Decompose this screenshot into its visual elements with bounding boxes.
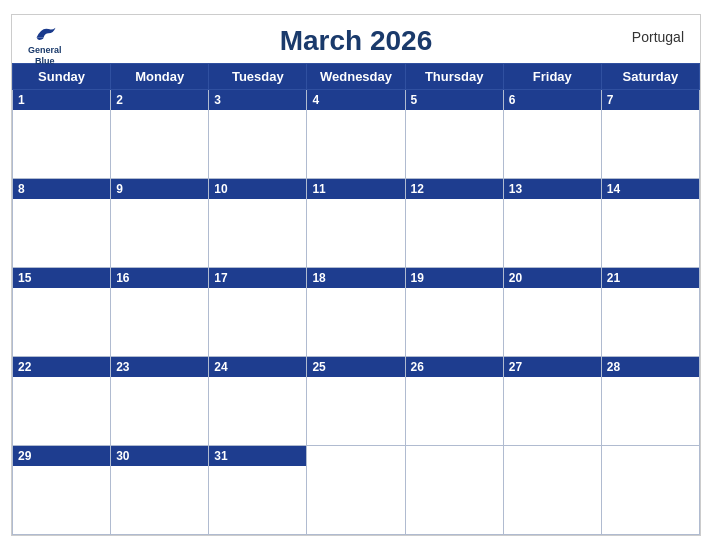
week-row-5: 293031 [13, 446, 700, 535]
date-num-5: 5 [406, 90, 503, 110]
cell-week1-day4: 4 [307, 90, 405, 179]
calendar-header: General Blue March 2026 Portugal [12, 15, 700, 63]
day-body-21 [602, 288, 699, 356]
cell-week1-day1: 1 [13, 90, 111, 179]
date-num-19: 19 [406, 268, 503, 288]
cell-week2-day5: 12 [405, 179, 503, 268]
cell-week5-day5 [405, 446, 503, 535]
logo-brand-top: General [28, 45, 62, 56]
header-sunday: Sunday [13, 64, 111, 90]
cell-week3-day1: 15 [13, 268, 111, 357]
date-num-11: 11 [307, 179, 404, 199]
day-body-26 [406, 377, 503, 445]
header-friday: Friday [503, 64, 601, 90]
cell-week3-day3: 17 [209, 268, 307, 357]
day-body-17 [209, 288, 306, 356]
cell-week5-day2: 30 [111, 446, 209, 535]
header-wednesday: Wednesday [307, 64, 405, 90]
cell-week2-day2: 9 [111, 179, 209, 268]
cell-week2-day7: 14 [601, 179, 699, 268]
week-row-3: 15161718192021 [13, 268, 700, 357]
date-num-14: 14 [602, 179, 699, 199]
day-body-4 [307, 110, 404, 178]
calendar-body: 1234567891011121314151617181920212223242… [13, 90, 700, 535]
cell-week3-day4: 18 [307, 268, 405, 357]
date-num-4: 4 [307, 90, 404, 110]
date-num-20: 20 [504, 268, 601, 288]
header-thursday: Thursday [405, 64, 503, 90]
day-body-30 [111, 466, 208, 534]
cell-week4-day1: 22 [13, 357, 111, 446]
date-num-7: 7 [602, 90, 699, 110]
day-body-24 [209, 377, 306, 445]
cell-week4-day7: 28 [601, 357, 699, 446]
day-body-18 [307, 288, 404, 356]
day-body-13 [504, 199, 601, 267]
day-body-25 [307, 377, 404, 445]
day-body-20 [504, 288, 601, 356]
logo: General Blue [28, 23, 62, 67]
country-label: Portugal [632, 29, 684, 45]
calendar: General Blue March 2026 Portugal Sunday … [11, 14, 701, 536]
day-body-9 [111, 199, 208, 267]
date-num-13: 13 [504, 179, 601, 199]
day-body-31 [209, 466, 306, 534]
day-body-23 [111, 377, 208, 445]
date-num-15: 15 [13, 268, 110, 288]
days-header-row: Sunday Monday Tuesday Wednesday Thursday… [13, 64, 700, 90]
date-num-17: 17 [209, 268, 306, 288]
date-num-9: 9 [111, 179, 208, 199]
cell-week1-day3: 3 [209, 90, 307, 179]
day-body-2 [111, 110, 208, 178]
week-row-2: 891011121314 [13, 179, 700, 268]
day-body-5 [406, 110, 503, 178]
date-num-22: 22 [13, 357, 110, 377]
date-num-12: 12 [406, 179, 503, 199]
calendar-title: March 2026 [280, 25, 433, 57]
day-body-3 [209, 110, 306, 178]
cell-week2-day4: 11 [307, 179, 405, 268]
cell-week4-day2: 23 [111, 357, 209, 446]
day-body-null [406, 452, 503, 520]
day-body-29 [13, 466, 110, 534]
date-num-29: 29 [13, 446, 110, 466]
date-num-31: 31 [209, 446, 306, 466]
cell-week3-day5: 19 [405, 268, 503, 357]
date-num-2: 2 [111, 90, 208, 110]
cell-week4-day5: 26 [405, 357, 503, 446]
header-tuesday: Tuesday [209, 64, 307, 90]
cell-week4-day6: 27 [503, 357, 601, 446]
day-body-null [602, 452, 699, 520]
logo-brand-bottom: Blue [35, 56, 55, 67]
day-body-14 [602, 199, 699, 267]
cell-week3-day2: 16 [111, 268, 209, 357]
cell-week2-day6: 13 [503, 179, 601, 268]
day-body-8 [13, 199, 110, 267]
date-num-18: 18 [307, 268, 404, 288]
week-row-4: 22232425262728 [13, 357, 700, 446]
date-num-27: 27 [504, 357, 601, 377]
calendar-table: Sunday Monday Tuesday Wednesday Thursday… [12, 63, 700, 535]
date-num-3: 3 [209, 90, 306, 110]
day-body-null [504, 452, 601, 520]
cell-week4-day4: 25 [307, 357, 405, 446]
day-body-1 [13, 110, 110, 178]
day-body-12 [406, 199, 503, 267]
date-num-1: 1 [13, 90, 110, 110]
cell-week5-day1: 29 [13, 446, 111, 535]
day-body-27 [504, 377, 601, 445]
day-body-10 [209, 199, 306, 267]
date-num-6: 6 [504, 90, 601, 110]
cell-week2-day3: 10 [209, 179, 307, 268]
date-num-16: 16 [111, 268, 208, 288]
cell-week1-day6: 6 [503, 90, 601, 179]
day-body-19 [406, 288, 503, 356]
date-num-8: 8 [13, 179, 110, 199]
cell-week5-day6 [503, 446, 601, 535]
date-num-25: 25 [307, 357, 404, 377]
cell-week5-day3: 31 [209, 446, 307, 535]
day-body-22 [13, 377, 110, 445]
cell-week1-day2: 2 [111, 90, 209, 179]
day-body-28 [602, 377, 699, 445]
cell-week3-day6: 20 [503, 268, 601, 357]
